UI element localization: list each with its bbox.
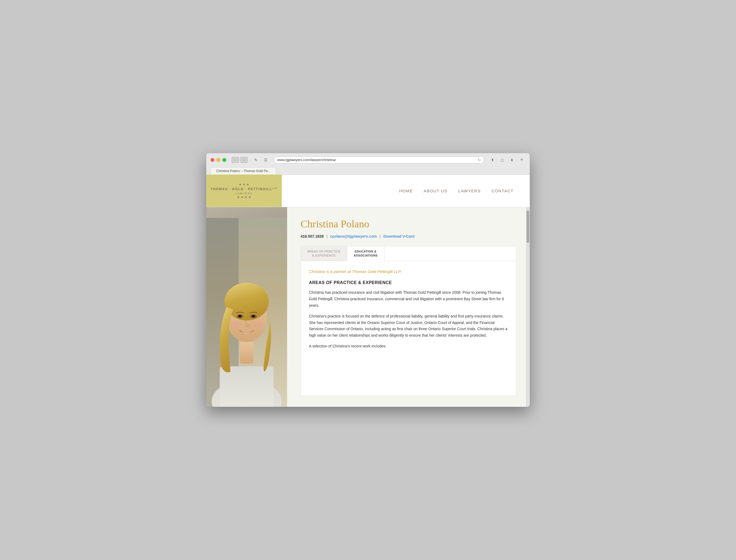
tab-spacer [384, 246, 516, 261]
lawyer-photo [206, 207, 287, 407]
separator-2: | [379, 234, 381, 238]
forward-button[interactable]: › [240, 157, 248, 163]
website-content: THOMAS · GOLD · PETTINGILLLLP LAWYERS HO… [206, 175, 530, 407]
logo-dot [249, 196, 251, 198]
firm-type: LAWYERS [211, 192, 278, 195]
logo-dots-bottom [211, 196, 278, 198]
vcard-link[interactable]: Download V-Card [383, 234, 414, 238]
bio-paragraph-2: Christina's practice is focused on the d… [309, 313, 508, 339]
logo-area[interactable]: THOMAS · GOLD · PETTINGILLLLP LAWYERS [206, 175, 282, 207]
logo-dot [247, 184, 249, 185]
reader-icon[interactable]: ☰ [262, 157, 269, 163]
section-heading: AREAS OF PRACTICE & EXPERIENCE [309, 280, 508, 285]
logo-dot [238, 196, 239, 198]
back-button[interactable]: ‹ [232, 157, 239, 163]
nav-lawyers[interactable]: LAWYERS [458, 189, 481, 193]
lawyer-name: Christina Polano [301, 218, 516, 230]
info-column: Christina Polano 416.507.1828 | cpolano@… [287, 207, 530, 407]
logo-dots-top [211, 184, 278, 185]
tab-content: Christina is a partner at Thomas Gold Pe… [301, 261, 516, 396]
browser-chrome: ‹ › ✎ ☰ www.tgplawyers.com/lawyer/christ… [206, 153, 530, 175]
nav-home[interactable]: HOME [399, 189, 413, 193]
edit-icon[interactable]: ✎ [252, 157, 260, 163]
logo-dot [245, 196, 247, 198]
minimize-button[interactable] [217, 158, 220, 162]
bio-paragraph-1: Christina has practiced insurance and ci… [309, 289, 508, 309]
svg-point-10 [238, 315, 242, 317]
tab-education[interactable]: EDUCATION & ASSOCIATIONS [347, 246, 384, 261]
bio-paragraph-3: A selection of Christina's recent work i… [309, 343, 508, 350]
svg-rect-5 [240, 342, 254, 364]
svg-point-11 [252, 315, 255, 317]
svg-point-12 [231, 321, 240, 328]
site-header: THOMAS · GOLD · PETTINGILLLLP LAWYERS HO… [206, 175, 530, 207]
tabs-container: AREAS OF PRACTICE & EXPERIENCE EDUCATION… [301, 246, 516, 261]
logo-dot [243, 184, 245, 185]
add-tab-icon[interactable]: + [518, 157, 525, 163]
browser-controls: ‹ › ✎ ☰ www.tgplawyers.com/lawyer/christ… [211, 156, 525, 163]
nav-about[interactable]: ABOUT US [423, 189, 447, 193]
photo-column [206, 207, 287, 407]
logo-dot [241, 196, 243, 198]
phone-number: 416.507.1828 [301, 234, 324, 238]
url-text: www.tgplawyers.com/lawyer/christina/ [277, 158, 336, 162]
partner-intro: Christina is a partner at Thomas Gold Pe… [309, 269, 508, 274]
nav-buttons: ‹ › [232, 157, 248, 163]
svg-rect-4 [220, 366, 274, 407]
svg-point-13 [253, 321, 263, 328]
logo-text: THOMAS · GOLD · PETTINGILLLLP LAWYERS [211, 184, 278, 198]
contact-info: 416.507.1828 | cpolano@tgplawyers.com | … [301, 234, 516, 238]
tab-practice[interactable]: AREAS OF PRACTICE & EXPERIENCE [301, 246, 347, 261]
lawyer-photo-svg [206, 218, 287, 407]
address-bar[interactable]: www.tgplawyers.com/lawyer/christina/ ↻ [274, 156, 484, 163]
close-button[interactable] [211, 158, 214, 162]
scrollbar-thumb[interactable] [526, 210, 529, 243]
share-icon[interactable]: ⬆ [489, 157, 496, 163]
scrollbar[interactable] [526, 207, 530, 407]
new-tab-icon[interactable]: ◻ [498, 157, 506, 163]
browser-tab[interactable]: Christina Polano – Thomas Gold Pe... [211, 167, 276, 175]
firm-name: THOMAS · GOLD · PETTINGILLLLP [211, 187, 278, 192]
refresh-icon[interactable]: ↻ [478, 158, 481, 162]
main-nav: HOME ABOUT US LAWYERS CONTACT [282, 189, 530, 193]
nav-contact[interactable]: CONTACT [491, 189, 513, 193]
maximize-button[interactable] [223, 158, 226, 162]
logo-dot [240, 184, 241, 185]
browser-window: ‹ › ✎ ☰ www.tgplawyers.com/lawyer/christ… [206, 153, 530, 407]
downloads-icon[interactable]: ⬇ [508, 157, 516, 163]
email-link[interactable]: cpolano@tgplawyers.com [330, 234, 377, 238]
separator-1: | [327, 234, 328, 238]
content-wrapper: Christina Polano 416.507.1828 | cpolano@… [206, 207, 530, 407]
